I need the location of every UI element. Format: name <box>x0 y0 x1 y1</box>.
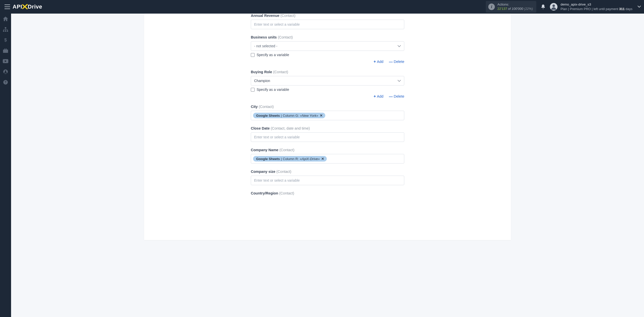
logo-post: Drive <box>28 4 42 10</box>
input-close-date[interactable] <box>251 132 404 142</box>
label-city: City <box>251 105 258 109</box>
minus-icon: — <box>389 60 393 64</box>
label-close-date: Close Date <box>251 126 270 130</box>
svg-point-1 <box>552 5 555 7</box>
label-country-region-sub: (Contact) <box>279 191 294 195</box>
checkbox-label: Specify as a variable <box>257 88 289 92</box>
logo-x <box>22 4 28 10</box>
user-text: demo_apix-drive_s3 Plan | Premium PRO | … <box>560 2 632 11</box>
label-business-units-sub: (Contact) <box>278 35 293 39</box>
sidebar-sitemap-icon[interactable] <box>0 24 11 35</box>
sidebar-video-icon[interactable] <box>0 56 11 66</box>
svg-point-11 <box>5 70 6 72</box>
label-company-size: Company size <box>251 170 275 174</box>
field-country-region: Country/Region (Contact) <box>251 191 404 195</box>
actions-count: 22'137 <box>497 7 507 11</box>
chip-city: Google Sheets | Column G: «New York» ✕ <box>253 113 325 118</box>
chevron-down-icon <box>637 6 641 8</box>
plus-icon: + <box>374 94 376 99</box>
label-annual-revenue-sub: (Contact) <box>280 14 296 18</box>
svg-rect-2 <box>5 27 6 28</box>
field-close-date: Close Date (Contact, date and time) <box>251 126 404 142</box>
field-annual-revenue: Annual Revenue (Contact) <box>251 14 404 29</box>
label-company-name: Company Name <box>251 148 278 152</box>
input-annual-revenue[interactable] <box>251 20 404 29</box>
add-button[interactable]: +Add <box>374 59 383 64</box>
input-company-size[interactable] <box>251 176 404 185</box>
label-country-region: Country/Region <box>251 191 278 195</box>
field-company-size: Company size (Contact) <box>251 170 404 185</box>
header: API Drive i Actions: 22'137 of 100'000 (… <box>0 0 644 14</box>
menu-icon[interactable] <box>3 3 12 11</box>
field-company-name: Company Name (Contact) Google Sheets | C… <box>251 148 404 164</box>
checkbox-buying-role-variable[interactable] <box>251 88 255 92</box>
actions-text: Actions: 22'137 of 100'000 (22%) <box>497 3 533 11</box>
bell-icon[interactable] <box>541 4 545 9</box>
checkbox-label: Specify as a variable <box>257 53 289 57</box>
label-company-name-sub: (Contact) <box>279 148 295 152</box>
user-menu[interactable]: demo_apix-drive_s3 Plan | Premium PRO | … <box>550 2 641 11</box>
label-business-units: Business units <box>251 35 277 39</box>
field-business-units: Business units (Contact) - not selected … <box>251 35 404 64</box>
info-icon: i <box>488 4 495 10</box>
avatar-icon <box>550 3 557 11</box>
sidebar-briefcase-icon[interactable] <box>0 45 11 56</box>
select-business-units-value: - not selected - <box>254 44 277 48</box>
minus-icon: — <box>389 94 393 99</box>
field-city: City (Contact) Google Sheets | Column G:… <box>251 105 404 120</box>
chevron-down-icon <box>397 80 401 82</box>
input-company-name[interactable]: Google Sheets | Column R: «ApiX-Drive» ✕ <box>251 154 404 164</box>
logo-pre: API <box>13 4 22 10</box>
select-buying-role[interactable]: Champion <box>251 76 404 86</box>
user-name: demo_apix-drive_s3 <box>560 2 632 7</box>
label-annual-revenue: Annual Revenue <box>251 14 279 18</box>
svg-text:?: ? <box>5 81 6 84</box>
add-button[interactable]: +Add <box>374 94 383 99</box>
svg-rect-8 <box>5 49 7 50</box>
sidebar-dollar-icon[interactable]: $ <box>0 35 11 45</box>
chip-company-name: Google Sheets | Column R: «ApiX-Drive» ✕ <box>253 156 327 162</box>
sidebar-help-icon[interactable]: ? <box>0 77 11 88</box>
svg-rect-4 <box>5 30 6 32</box>
actions-total: 100'000 <box>512 7 523 11</box>
label-city-sub: (Contact) <box>259 105 274 109</box>
actions-usage[interactable]: i Actions: 22'137 of 100'000 (22%) <box>486 1 536 13</box>
delete-button[interactable]: —Delete <box>389 59 404 64</box>
form-panel: Annual Revenue (Contact) Business units … <box>144 14 511 240</box>
actions-label: Actions: <box>497 3 533 7</box>
label-buying-role: Buying Role <box>251 70 272 74</box>
select-buying-role-value: Champion <box>254 79 270 83</box>
header-right: i Actions: 22'137 of 100'000 (22%) demo_… <box>486 1 641 13</box>
delete-button[interactable]: —Delete <box>389 94 404 99</box>
svg-rect-7 <box>3 50 8 53</box>
input-city[interactable]: Google Sheets | Column G: «New York» ✕ <box>251 111 404 120</box>
label-company-size-sub: (Contact) <box>276 170 292 174</box>
sidebar: $ ? <box>0 14 11 250</box>
svg-text:$: $ <box>4 37 7 43</box>
main: Annual Revenue (Contact) Business units … <box>11 14 644 250</box>
chevron-down-icon <box>397 45 401 47</box>
sidebar-home-icon[interactable] <box>0 14 11 24</box>
checkbox-business-units-variable[interactable] <box>251 53 255 57</box>
field-buying-role: Buying Role (Contact) Champion Specify a… <box>251 70 404 99</box>
label-close-date-sub: (Contact, date and time) <box>271 126 310 130</box>
actions-pct: (22%) <box>524 7 533 11</box>
label-buying-role-sub: (Contact) <box>273 70 288 74</box>
sidebar-user-icon[interactable] <box>0 66 11 77</box>
svg-rect-5 <box>7 30 8 32</box>
select-business-units[interactable]: - not selected - <box>251 41 404 51</box>
svg-rect-3 <box>3 30 4 32</box>
plus-icon: + <box>374 59 376 64</box>
close-icon[interactable]: ✕ <box>321 157 324 161</box>
close-icon[interactable]: ✕ <box>320 113 323 117</box>
logo[interactable]: API Drive <box>13 4 42 10</box>
